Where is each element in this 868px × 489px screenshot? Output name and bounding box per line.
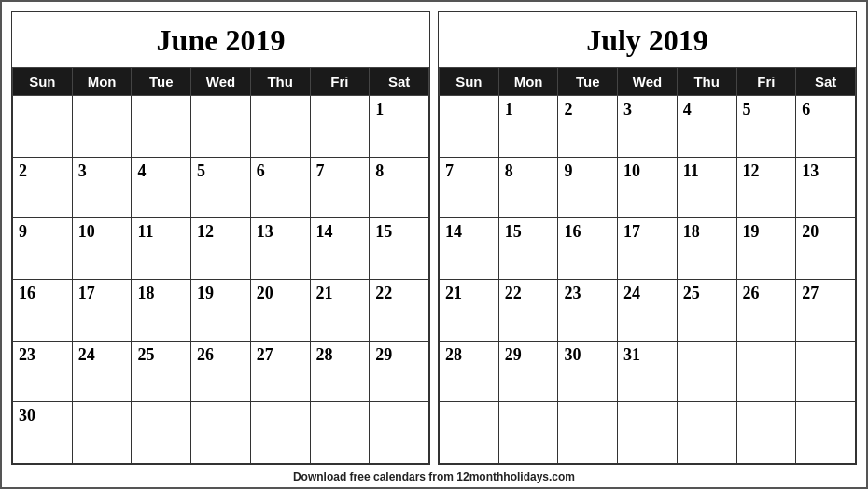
- calendar-day-cell: 15: [498, 218, 558, 280]
- table-row: 2345678: [13, 157, 429, 218]
- calendar-day-cell: [558, 402, 618, 464]
- calendar-day-cell: 31: [618, 341, 678, 402]
- calendar-day-cell: [618, 402, 678, 464]
- calendar-day-cell: 1: [370, 96, 429, 158]
- calendar-day-cell: 12: [736, 157, 796, 218]
- calendar-day-cell: 23: [558, 279, 618, 341]
- calendar-day-cell: 6: [796, 96, 856, 158]
- table-row: 21222324252627: [440, 279, 856, 341]
- calendar-day-cell: 18: [677, 218, 736, 280]
- calendar-day-cell: 16: [13, 279, 73, 341]
- calendar-day-cell: 13: [250, 218, 310, 280]
- june-header-sat: Sat: [370, 68, 429, 96]
- calendar-day-cell: [677, 402, 736, 464]
- calendar-day-cell: 18: [132, 279, 191, 341]
- calendar-day-cell: 9: [13, 218, 73, 280]
- calendar-day-cell: 6: [250, 157, 310, 218]
- table-row: 123456: [440, 96, 856, 158]
- july-title: July 2019: [439, 12, 856, 67]
- calendar-day-cell: 11: [677, 157, 736, 218]
- calendar-day-cell: 4: [132, 157, 191, 218]
- calendar-day-cell: 23: [13, 341, 73, 402]
- calendar-day-cell: 20: [796, 218, 856, 280]
- june-header-thu: Thu: [250, 68, 310, 96]
- calendar-day-cell: 15: [370, 218, 429, 280]
- calendar-day-cell: 8: [370, 157, 429, 218]
- calendar-day-cell: 28: [440, 341, 499, 402]
- june-grid: SunMonTueWedThuFriSat 123456789101112131…: [12, 67, 429, 464]
- calendar-day-cell: 5: [191, 157, 251, 218]
- july-header-sun: Sun: [440, 68, 499, 96]
- table-row: 30: [13, 402, 429, 464]
- table-row: 1: [13, 96, 429, 158]
- calendar-day-cell: 16: [558, 218, 618, 280]
- calendar-day-cell: [132, 96, 191, 158]
- calendar-day-cell: 19: [191, 279, 251, 341]
- calendar-day-cell: 3: [618, 96, 678, 158]
- calendar-day-cell: 7: [310, 157, 370, 218]
- calendar-day-cell: 9: [558, 157, 618, 218]
- calendar-day-cell: 26: [736, 279, 796, 341]
- june-title: June 2019: [12, 12, 429, 67]
- calendar-day-cell: 1: [498, 96, 558, 158]
- calendar-day-cell: 24: [72, 341, 132, 402]
- calendar-day-cell: 22: [498, 279, 558, 341]
- calendars-container: June 2019 SunMonTueWedThuFriSat 12345678…: [2, 2, 866, 465]
- calendar-day-cell: [440, 402, 499, 464]
- calendar-day-cell: 28: [310, 341, 370, 402]
- calendar-day-cell: 26: [191, 341, 251, 402]
- july-grid: SunMonTueWedThuFriSat 123456789101112131…: [439, 67, 856, 464]
- calendar-day-cell: 17: [72, 279, 132, 341]
- calendar-day-cell: [796, 341, 856, 402]
- calendar-day-cell: 12: [191, 218, 251, 280]
- calendar-day-cell: [736, 402, 796, 464]
- calendar-day-cell: 30: [13, 402, 73, 464]
- calendar-day-cell: 11: [132, 218, 191, 280]
- calendar-day-cell: 17: [618, 218, 678, 280]
- july-header-wed: Wed: [618, 68, 678, 96]
- calendar-day-cell: 2: [13, 157, 73, 218]
- june-header-wed: Wed: [191, 68, 251, 96]
- table-row: 9101112131415: [13, 218, 429, 280]
- calendar-day-cell: 27: [250, 341, 310, 402]
- calendar-day-cell: 14: [440, 218, 499, 280]
- calendar-day-cell: [13, 96, 73, 158]
- june-header-sun: Sun: [13, 68, 73, 96]
- calendar-day-cell: 19: [736, 218, 796, 280]
- table-row: 23242526272829: [13, 341, 429, 402]
- calendar-day-cell: 20: [250, 279, 310, 341]
- july-calendar: July 2019 SunMonTueWedThuFriSat 12345678…: [438, 11, 857, 465]
- calendar-day-cell: 10: [72, 218, 132, 280]
- calendar-day-cell: [440, 96, 499, 158]
- june-calendar: June 2019 SunMonTueWedThuFriSat 12345678…: [11, 11, 430, 465]
- june-header-row: SunMonTueWedThuFriSat: [13, 68, 429, 96]
- calendar-day-cell: 29: [370, 341, 429, 402]
- table-row: [440, 402, 856, 464]
- calendar-day-cell: 2: [558, 96, 618, 158]
- calendar-day-cell: [72, 96, 132, 158]
- calendar-day-cell: 3: [72, 157, 132, 218]
- calendar-day-cell: 14: [310, 218, 370, 280]
- calendar-day-cell: 7: [440, 157, 499, 218]
- calendar-day-cell: [677, 341, 736, 402]
- calendar-day-cell: [72, 402, 132, 464]
- calendar-day-cell: [310, 402, 370, 464]
- calendar-day-cell: [250, 96, 310, 158]
- calendar-day-cell: [370, 402, 429, 464]
- july-header-mon: Mon: [498, 68, 558, 96]
- calendar-day-cell: 25: [132, 341, 191, 402]
- july-header-tue: Tue: [558, 68, 618, 96]
- june-header-fri: Fri: [310, 68, 370, 96]
- table-row: 28293031: [440, 341, 856, 402]
- calendar-day-cell: [498, 402, 558, 464]
- june-header-mon: Mon: [72, 68, 132, 96]
- calendar-day-cell: [132, 402, 191, 464]
- calendar-day-cell: [191, 402, 251, 464]
- july-header-row: SunMonTueWedThuFriSat: [440, 68, 856, 96]
- calendar-day-cell: [310, 96, 370, 158]
- calendar-day-cell: 21: [310, 279, 370, 341]
- calendar-day-cell: 10: [618, 157, 678, 218]
- table-row: 78910111213: [440, 157, 856, 218]
- calendar-day-cell: 27: [796, 279, 856, 341]
- calendar-day-cell: 30: [558, 341, 618, 402]
